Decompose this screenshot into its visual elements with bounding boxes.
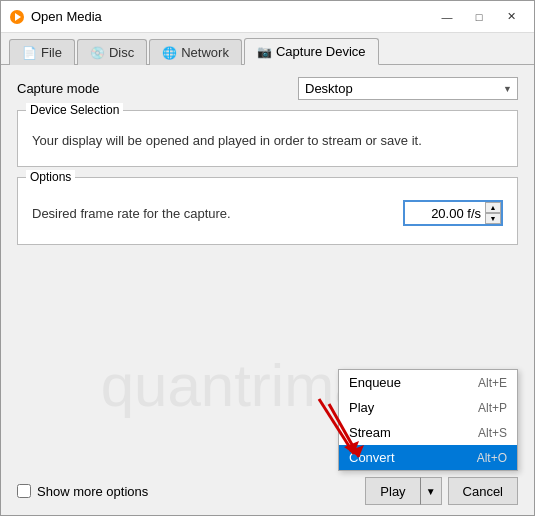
show-more-checkbox[interactable]	[17, 484, 31, 498]
convert-shortcut: Alt+O	[477, 451, 507, 465]
file-icon: 📄	[22, 46, 37, 60]
tab-disc[interactable]: 💿 Disc	[77, 39, 147, 65]
tab-network-label: Network	[181, 45, 229, 60]
enqueue-label: Enqueue	[349, 375, 401, 390]
tab-file-label: File	[41, 45, 62, 60]
title-controls: — □ ✕	[432, 7, 526, 27]
spin-buttons: ▲ ▼	[485, 202, 501, 224]
play-dropdown-arrow-button[interactable]: ▼	[420, 477, 442, 505]
tab-bar: 📄 File 💿 Disc 🌐 Network 📷 Capture Device	[1, 33, 534, 65]
play-shortcut: Alt+P	[478, 401, 507, 415]
capture-mode-select-wrapper: Desktop DirectShow TV - digital TV - ana…	[298, 77, 518, 100]
device-selection-group: Device Selection Your display will be op…	[17, 110, 518, 167]
network-icon: 🌐	[162, 46, 177, 60]
open-media-window: Open Media — □ ✕ 📄 File 💿 Disc 🌐 Network…	[0, 0, 535, 516]
options-title: Options	[26, 170, 75, 184]
stream-shortcut: Alt+S	[478, 426, 507, 440]
play-dropdown-menu: Enqueue Alt+E Play Alt+P Stream Alt+S Co…	[338, 369, 518, 471]
window-icon	[9, 9, 25, 25]
window-title: Open Media	[31, 9, 102, 24]
frame-rate-input-wrapper: ▲ ▼	[403, 200, 503, 226]
cancel-button[interactable]: Cancel	[448, 477, 518, 505]
tab-capture-label: Capture Device	[276, 44, 366, 59]
bottom-right: Enqueue Alt+E Play Alt+P Stream Alt+S Co…	[365, 477, 518, 505]
enqueue-shortcut: Alt+E	[478, 376, 507, 390]
convert-label: Convert	[349, 450, 395, 465]
close-button[interactable]: ✕	[496, 7, 526, 27]
device-selection-title: Device Selection	[26, 103, 123, 117]
dropdown-convert[interactable]: Convert Alt+O	[339, 445, 517, 470]
capture-mode-row: Capture mode Desktop DirectShow TV - dig…	[17, 77, 518, 100]
stream-label: Stream	[349, 425, 391, 440]
show-more-label[interactable]: Show more options	[17, 484, 148, 499]
play-label: Play	[349, 400, 374, 415]
capture-icon: 📷	[257, 45, 272, 59]
title-bar-left: Open Media	[9, 9, 102, 25]
options-group: Options Desired frame rate for the captu…	[17, 177, 518, 245]
frame-rate-label: Desired frame rate for the capture.	[32, 206, 231, 221]
tab-disc-label: Disc	[109, 45, 134, 60]
tab-capture-device[interactable]: 📷 Capture Device	[244, 38, 379, 65]
dropdown-enqueue[interactable]: Enqueue Alt+E	[339, 370, 517, 395]
play-main-button[interactable]: Play	[365, 477, 419, 505]
minimize-button[interactable]: —	[432, 7, 462, 27]
frame-rate-row: Desired frame rate for the capture. ▲ ▼	[28, 192, 507, 234]
play-button-group: Play ▼	[365, 477, 441, 505]
show-more-text: Show more options	[37, 484, 148, 499]
maximize-button[interactable]: □	[464, 7, 494, 27]
capture-mode-label: Capture mode	[17, 81, 99, 96]
dropdown-stream[interactable]: Stream Alt+S	[339, 420, 517, 445]
frame-rate-input[interactable]	[405, 204, 485, 223]
spin-up-button[interactable]: ▲	[485, 202, 501, 213]
dropdown-play[interactable]: Play Alt+P	[339, 395, 517, 420]
title-bar: Open Media — □ ✕	[1, 1, 534, 33]
bottom-bar: quantrimang Show more options Enqueue Al…	[1, 469, 534, 515]
spin-down-button[interactable]: ▼	[485, 213, 501, 224]
device-selection-message: Your display will be opened and played i…	[28, 125, 507, 156]
tab-file[interactable]: 📄 File	[9, 39, 75, 65]
tab-network[interactable]: 🌐 Network	[149, 39, 242, 65]
disc-icon: 💿	[90, 46, 105, 60]
capture-mode-select[interactable]: Desktop DirectShow TV - digital TV - ana…	[298, 77, 518, 100]
